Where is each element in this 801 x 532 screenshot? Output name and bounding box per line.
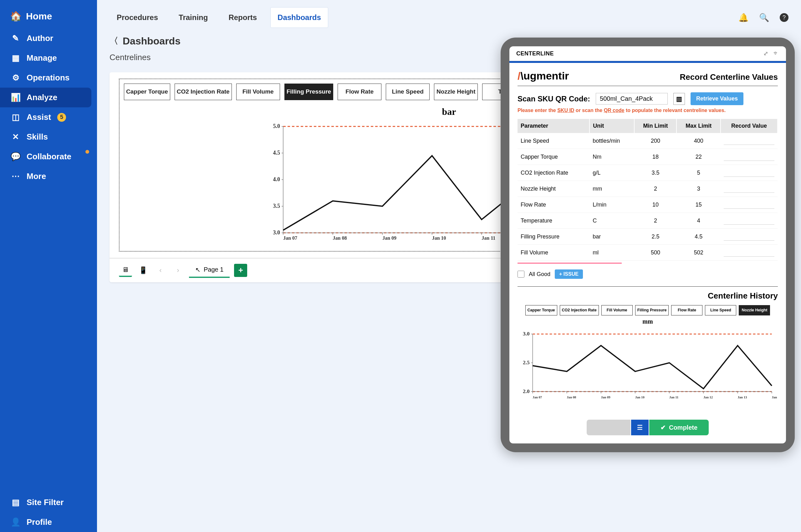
svg-text:Jan 10: Jan 10 — [432, 235, 446, 241]
add-page-button[interactable]: + — [234, 264, 247, 277]
tab-procedures[interactable]: Procedures — [110, 7, 165, 28]
sidebar-item-profile[interactable]: 👤Profile — [0, 512, 97, 532]
sidebar-item-analyze[interactable]: 📊Analyze — [0, 88, 91, 107]
mobile-view-icon[interactable]: 📱 — [136, 264, 150, 277]
history-tab[interactable]: CO2 Injection Rate — [560, 305, 599, 316]
next-page-icon[interactable]: › — [171, 264, 185, 277]
wifi-icon: ᯤ — [774, 50, 779, 57]
history-tab[interactable]: Nozzle Height — [739, 305, 770, 316]
chart-tab[interactable]: Flow Rate — [338, 83, 381, 100]
home-label: Home — [26, 11, 52, 22]
table-row: CO2 Injection Rateg/L3.55 — [517, 165, 778, 181]
collaborate-icon: 💬 — [11, 152, 20, 162]
qr-code-link[interactable]: QR code — [604, 108, 625, 113]
svg-text:Jan 09: Jan 09 — [601, 396, 610, 399]
history-tab[interactable]: Fill Volume — [602, 305, 633, 316]
history-tab[interactable]: Line Speed — [705, 305, 736, 316]
tab-training[interactable]: Training — [171, 7, 215, 28]
sidebar-home[interactable]: 🏠 Home — [0, 6, 97, 28]
skills-icon: ✕ — [11, 132, 20, 142]
svg-text:Jan 07: Jan 07 — [533, 396, 542, 399]
record-value-input[interactable] — [724, 137, 775, 145]
tablet-mockup: CENTERLINE ⤢ ᯤ /\ugmentir Record Centerl… — [501, 38, 795, 452]
parameters-table: ParameterUnitMin LimitMax LimitRecord Va… — [517, 119, 778, 261]
record-value-input[interactable] — [724, 232, 775, 241]
table-row: Filling Pressurebar2.54.5 — [517, 229, 778, 245]
sidebar-item-manage[interactable]: ▦Manage — [0, 48, 97, 68]
search-icon[interactable]: 🔍 — [759, 13, 769, 22]
chart-tab[interactable]: Nozzle Height — [434, 83, 478, 100]
back-button[interactable] — [587, 420, 630, 435]
check-icon: ✔ — [661, 424, 666, 431]
table-row: Line Speedbottles/min200400 — [517, 133, 778, 149]
history-tab[interactable]: Filling Pressure — [635, 305, 669, 316]
svg-text:3.0: 3.0 — [523, 330, 530, 337]
svg-text:Jan 10: Jan 10 — [635, 396, 645, 399]
svg-text:4.5: 4.5 — [273, 150, 280, 156]
sidebar-item-assist[interactable]: ◫Assist5 — [0, 107, 97, 127]
svg-text:Jan 09: Jan 09 — [382, 235, 397, 241]
sidebar-item-more[interactable]: ⋯More — [0, 167, 97, 186]
history-chart: 2.02.53.0Jan 07Jan 08Jan 09Jan 10Jan 11J… — [517, 325, 778, 406]
operations-icon: ⚙ — [11, 73, 20, 83]
desktop-view-icon[interactable]: 🖥 — [119, 264, 132, 277]
table-row: Nozzle Heightmm23 — [517, 181, 778, 197]
help-icon[interactable]: ? — [780, 13, 788, 22]
page-icon: ↖ — [195, 266, 201, 273]
home-icon: 🏠 — [11, 11, 20, 22]
svg-text:Jan 08: Jan 08 — [567, 396, 576, 399]
svg-text:Jan 12: Jan 12 — [703, 396, 713, 399]
column-header: Min Limit — [634, 119, 676, 133]
chart-tab[interactable]: Filling Pressure — [284, 83, 333, 100]
all-good-label: All Good — [529, 271, 550, 278]
record-value-input[interactable] — [724, 153, 775, 161]
tab-dashboards[interactable]: Dashboards — [270, 7, 328, 28]
record-value-input[interactable] — [724, 248, 775, 256]
sku-id-link[interactable]: SKU ID — [557, 108, 574, 113]
svg-text:3.0: 3.0 — [273, 229, 280, 236]
tablet-header-title: CENTERLINE — [516, 50, 554, 57]
badge: 5 — [57, 113, 66, 122]
svg-text:3.5: 3.5 — [273, 203, 280, 209]
author-icon: ✎ — [11, 34, 20, 43]
record-value-input[interactable] — [724, 201, 775, 209]
sidebar-item-author[interactable]: ✎Author — [0, 28, 97, 48]
sidebar-item-operations[interactable]: ⚙Operations — [0, 68, 97, 88]
add-issue-button[interactable]: + ISSUE — [555, 269, 583, 279]
topbar: ProceduresTrainingReportsDashboards 🔔 🔍 … — [97, 0, 801, 35]
more-icon: ⋯ — [11, 171, 20, 181]
panel-title: Record Centerline Values — [680, 72, 778, 82]
history-tab[interactable]: Flow Rate — [671, 305, 702, 316]
complete-button[interactable]: ✔ Complete — [649, 420, 709, 435]
all-good-checkbox[interactable] — [517, 271, 525, 278]
svg-text:Jan 11: Jan 11 — [669, 396, 678, 399]
sidebar-item-site-filter[interactable]: ▤Site Filter — [0, 493, 97, 512]
svg-text:Jan 13: Jan 13 — [738, 396, 747, 399]
page-indicator[interactable]: ↖ Page 1 — [189, 263, 230, 278]
qr-scan-icon[interactable]: ▥ — [673, 93, 685, 105]
record-value-input[interactable] — [724, 216, 775, 225]
history-tab[interactable]: Capper Torque — [525, 305, 557, 316]
dot-indicator — [85, 150, 89, 154]
retrieve-values-button[interactable]: Retrieve Values — [690, 92, 743, 105]
back-icon[interactable]: 〈 — [110, 35, 118, 47]
record-value-input[interactable] — [724, 169, 775, 177]
sku-input[interactable] — [596, 93, 668, 104]
sidebar: 🏠 Home ✎Author▦Manage⚙Operations📊Analyze… — [0, 0, 97, 532]
column-header: Unit — [590, 119, 634, 133]
chart-tab[interactable]: Line Speed — [386, 83, 430, 100]
chart-tab[interactable]: Capper Torque — [124, 83, 170, 100]
collapse-icon[interactable]: ⤢ — [763, 50, 768, 57]
chart-tab[interactable]: Fill Volume — [236, 83, 280, 100]
svg-text:5.0: 5.0 — [273, 123, 280, 129]
menu-button[interactable]: ☰ — [631, 420, 649, 435]
tab-reports[interactable]: Reports — [221, 7, 264, 28]
column-header: Max Limit — [676, 119, 720, 133]
history-chart-title: mm — [517, 318, 778, 325]
sidebar-item-skills[interactable]: ✕Skills — [0, 127, 97, 147]
chart-tab[interactable]: CO2 Injection Rate — [175, 83, 232, 100]
bell-icon[interactable]: 🔔 — [739, 13, 748, 22]
sidebar-item-collaborate[interactable]: 💬Collaborate — [0, 147, 97, 167]
record-value-input[interactable] — [724, 185, 775, 193]
prev-page-icon[interactable]: ‹ — [154, 264, 167, 277]
